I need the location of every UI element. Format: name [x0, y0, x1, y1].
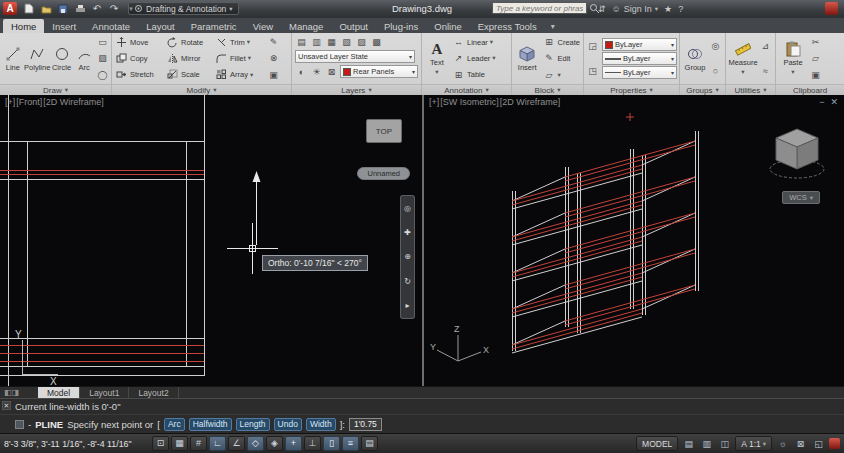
new-file-icon[interactable]: [22, 2, 36, 15]
rectangle-flyout-icon[interactable]: ▭: [96, 36, 109, 49]
tab-online[interactable]: Online: [426, 19, 469, 33]
panel-label-block[interactable]: Block▾: [512, 84, 583, 95]
steering-wheel-icon[interactable]: ◎: [404, 204, 411, 213]
arc-button[interactable]: Arc: [73, 34, 95, 83]
redo-icon[interactable]: ↷: [107, 2, 121, 15]
view-control[interactable]: [SW Isometric]: [440, 97, 499, 107]
snap-toggle[interactable]: ▦: [171, 436, 188, 451]
panel-label-properties[interactable]: Properties▾: [584, 84, 679, 95]
block-attributes-button[interactable]: ▱▾: [541, 67, 581, 82]
edit-block-button[interactable]: ✎Edit: [541, 51, 581, 66]
annotation-visibility-icon[interactable]: ◫: [717, 436, 732, 451]
viewport-menu-control[interactable]: [+]: [5, 97, 15, 107]
panel-label-annotation[interactable]: Annotation▾: [422, 84, 511, 95]
panel-label-utilities[interactable]: Utilities▾: [726, 84, 775, 95]
viewcube-3d[interactable]: [764, 121, 830, 187]
viewport-front[interactable]: Y X [+] [Front] [2D Wireframe] TOP Unnam…: [0, 95, 422, 386]
showmotion-icon[interactable]: ▸: [405, 301, 409, 310]
layer-match-icon[interactable]: ▩: [370, 35, 383, 48]
mirror-button[interactable]: Mirror: [165, 51, 213, 66]
wcs-dropdown[interactable]: WCS ▾: [782, 191, 820, 204]
table-button[interactable]: ⊞Table: [451, 67, 509, 82]
option-length[interactable]: Length: [236, 418, 270, 431]
app-menu-button[interactable]: A: [3, 2, 17, 15]
cut-icon[interactable]: ✂: [809, 36, 822, 49]
quick-view-layouts-icon[interactable]: ▤: [681, 436, 696, 451]
signin-button[interactable]: ☺ Sign In ▾: [612, 4, 659, 14]
layer-thaw-icon[interactable]: ☀: [310, 65, 323, 78]
copy-clip-icon[interactable]: ▱: [809, 52, 822, 65]
viewcube-top[interactable]: TOP: [366, 119, 402, 143]
cleanscreen-icon[interactable]: ◱: [811, 436, 826, 451]
option-halfwidth[interactable]: Halfwidth: [189, 418, 232, 431]
tab-layout2[interactable]: Layout2: [129, 387, 178, 398]
panel-label-clipboard[interactable]: Clipboard: [776, 84, 844, 95]
copy-button[interactable]: Copy: [114, 51, 164, 66]
copy-base-icon[interactable]: ▣: [809, 68, 822, 81]
ducs-toggle[interactable]: ⊥: [304, 436, 321, 451]
panel-label-modify[interactable]: Modify▾: [112, 84, 291, 95]
move-button[interactable]: Move: [114, 35, 164, 50]
3dosnap-toggle[interactable]: ◈: [266, 436, 283, 451]
exchange-icon[interactable]: ⇵: [598, 4, 606, 14]
quick-select-icon[interactable]: ⊿: [759, 40, 772, 53]
command-input-value[interactable]: 1'0.75: [349, 418, 382, 431]
quick-view-drawings-icon[interactable]: ▥: [699, 436, 714, 451]
layout-quickview-icon[interactable]: ◧◨: [4, 387, 38, 398]
trim-button[interactable]: Trim▾: [214, 35, 266, 50]
lwt-toggle[interactable]: ≡: [342, 436, 359, 451]
tab-manage[interactable]: Manage: [281, 19, 331, 33]
tab-annotate[interactable]: Annotate: [84, 19, 138, 33]
measure-button[interactable]: Measure ▾: [728, 34, 758, 83]
tab-insert[interactable]: Insert: [44, 19, 84, 33]
tab-layout[interactable]: Layout: [138, 19, 183, 33]
erase-icon[interactable]: ✎: [267, 36, 280, 49]
layer-state-dropdown[interactable]: Unsaved Layer State▾: [295, 50, 415, 63]
undo-icon[interactable]: ↶: [90, 2, 104, 15]
properties-palette-icon[interactable]: ◳: [586, 64, 599, 77]
transparency-toggle[interactable]: ▤: [361, 436, 378, 451]
tab-express-tools[interactable]: Express Tools: [470, 19, 545, 33]
help-icon[interactable]: ?: [678, 4, 683, 14]
layer-properties-icon[interactable]: ▤: [295, 35, 308, 48]
osnap-toggle[interactable]: ◇: [247, 436, 264, 451]
ortho-toggle[interactable]: ∟: [209, 436, 226, 451]
save-icon[interactable]: [56, 2, 70, 15]
favorites-icon[interactable]: ★: [664, 4, 672, 14]
linetype-dropdown[interactable]: ByLayer▾: [602, 66, 677, 79]
tab-model[interactable]: Model: [38, 387, 80, 398]
ellipse-icon[interactable]: ◯: [96, 68, 109, 81]
orbit-icon[interactable]: ↻: [404, 277, 411, 286]
leader-button[interactable]: ↗Leader▾: [451, 51, 509, 66]
panel-label-groups[interactable]: Groups▾: [680, 84, 725, 95]
tab-home[interactable]: Home: [3, 19, 44, 33]
visual-style-control[interactable]: [2D Wireframe]: [500, 97, 561, 107]
viewport-menu-control[interactable]: [+]: [429, 97, 439, 107]
command-prompt-line[interactable]: - PLINE Specify next point or [ Arc Half…: [0, 415, 844, 433]
infer-constraints-toggle[interactable]: ⊡: [152, 436, 169, 451]
tab-view[interactable]: View: [245, 19, 281, 33]
visual-style-control[interactable]: [2D Wireframe]: [43, 97, 104, 107]
hatch-icon[interactable]: ▨: [96, 52, 109, 65]
layer-lock-icon[interactable]: ▨: [355, 35, 368, 48]
polar-toggle[interactable]: ∠: [228, 436, 245, 451]
layer-freeze-icon[interactable]: ▧: [340, 35, 353, 48]
line-button[interactable]: Line: [2, 34, 24, 83]
insert-block-button[interactable]: Insert: [514, 34, 540, 83]
tab-output[interactable]: Output: [331, 19, 376, 33]
linear-dimension-button[interactable]: ↔Linear▾: [451, 35, 509, 50]
layer-unlock-icon[interactable]: ⊠: [325, 65, 338, 78]
polyline-button[interactable]: Polyline: [25, 34, 50, 83]
tab-plugins[interactable]: Plug-ins: [376, 19, 426, 33]
workspace-switching-icon[interactable]: ☼: [775, 436, 790, 451]
stretch-button[interactable]: Stretch: [114, 67, 164, 82]
viewport-close-icon[interactable]: ✕: [830, 97, 838, 107]
ribbon-minimize-icon[interactable]: ▾: [551, 22, 555, 33]
option-arc[interactable]: Arc: [164, 418, 185, 431]
rotate-button[interactable]: Rotate: [165, 35, 213, 50]
scale-button[interactable]: Scale: [165, 67, 213, 82]
dyn-toggle[interactable]: ▯: [323, 436, 340, 451]
text-button[interactable]: A Text ▾: [424, 34, 450, 83]
panel-label-layers[interactable]: Layers▾: [292, 84, 421, 95]
pan-icon[interactable]: ✚: [404, 228, 411, 237]
